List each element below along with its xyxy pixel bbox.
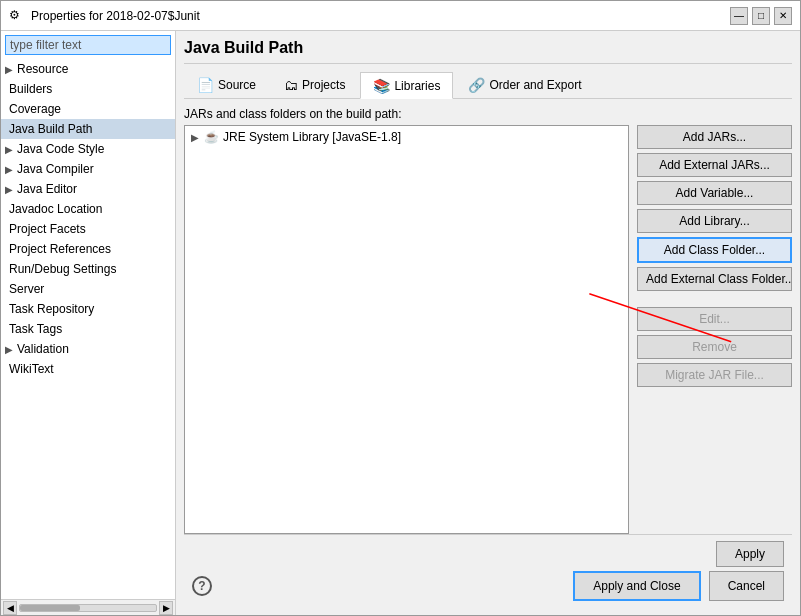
sidebar-item-label-builders: Builders (9, 82, 52, 96)
maximize-button[interactable]: □ (752, 7, 770, 25)
order-and-export-tab-label: Order and Export (489, 78, 581, 92)
sidebar-item-label-java-compiler: Java Compiler (17, 162, 94, 176)
edit-button: Edit... (637, 307, 792, 331)
scroll-track[interactable] (19, 604, 157, 612)
sidebar-item-task-repository[interactable]: Task Repository (1, 299, 175, 319)
sidebar-horizontal-scrollbar[interactable]: ◀ ▶ (1, 599, 175, 615)
sidebar-item-project-facets[interactable]: Project Facets (1, 219, 175, 239)
add-external-class-folder-button[interactable]: Add External Class Folder... (637, 267, 792, 291)
sidebar-item-label-server: Server (9, 282, 44, 296)
lib-item-jre-system[interactable]: ▶☕JRE System Library [JavaSE-1.8] (185, 126, 628, 148)
sidebar-item-wikitext[interactable]: WikiText (1, 359, 175, 379)
sidebar-item-label-java-build-path: Java Build Path (9, 122, 92, 136)
lib-item-label-jre-system: JRE System Library [JavaSE-1.8] (223, 130, 401, 144)
add-jars-button[interactable]: Add JARs... (637, 125, 792, 149)
sidebar-item-run-debug-settings[interactable]: Run/Debug Settings (1, 259, 175, 279)
apply-button[interactable]: Apply (716, 541, 784, 567)
order-and-export-tab-icon: 🔗 (468, 77, 485, 93)
libraries-wrapper: JARs and class folders on the build path… (184, 107, 792, 534)
libraries-tab-icon: 📚 (373, 78, 390, 94)
properties-window: ⚙ Properties for 2018-02-07$Junit — □ ✕ … (0, 0, 801, 616)
lib-buttons: Add JARs...Add External JARs...Add Varia… (637, 125, 792, 534)
sidebar-item-label-java-code-style: Java Code Style (17, 142, 104, 156)
window-icon: ⚙ (9, 8, 25, 24)
sidebar-item-label-run-debug-settings: Run/Debug Settings (9, 262, 116, 276)
add-variable-button[interactable]: Add Variable... (637, 181, 792, 205)
tabs-bar: 📄Source🗂Projects📚Libraries🔗Order and Exp… (184, 72, 792, 99)
sidebar-item-label-wikitext: WikiText (9, 362, 54, 376)
sidebar-item-coverage[interactable]: Coverage (1, 99, 175, 119)
source-tab-icon: 📄 (197, 77, 214, 93)
sidebar-item-label-project-references: Project References (9, 242, 111, 256)
content-area: Java Build Path 📄Source🗂Projects📚Librari… (176, 31, 800, 615)
tab-order-and-export[interactable]: 🔗Order and Export (455, 72, 594, 98)
apply-row: Apply (192, 541, 784, 567)
lib-item-icon-jre-system: ☕ (203, 129, 219, 145)
sidebar-item-label-resource: Resource (17, 62, 68, 76)
bottom-area: Apply ? Apply and Close Cancel (184, 534, 792, 607)
remove-button: Remove (637, 335, 792, 359)
sidebar-item-resource[interactable]: ▶Resource (1, 59, 175, 79)
main-area: ▶ResourceBuildersCoverageJava Build Path… (1, 31, 800, 615)
libraries-area: ▶☕JRE System Library [JavaSE-1.8] Add JA… (184, 125, 792, 534)
add-external-jars-button[interactable]: Add External JARs... (637, 153, 792, 177)
sidebar-item-label-task-repository: Task Repository (9, 302, 94, 316)
lib-item-arrow-jre-system: ▶ (191, 132, 199, 143)
tab-libraries[interactable]: 📚Libraries (360, 72, 453, 99)
sidebar-item-label-project-facets: Project Facets (9, 222, 86, 236)
sidebar-item-builders[interactable]: Builders (1, 79, 175, 99)
close-button[interactable]: ✕ (774, 7, 792, 25)
sidebar-item-label-validation: Validation (17, 342, 69, 356)
sidebar-item-task-tags[interactable]: Task Tags (1, 319, 175, 339)
page-title: Java Build Path (184, 39, 792, 64)
tab-source[interactable]: 📄Source (184, 72, 269, 98)
sidebar-item-javadoc-location[interactable]: Javadoc Location (1, 199, 175, 219)
bottom-row2: ? Apply and Close Cancel (192, 571, 784, 601)
sidebar-item-java-editor[interactable]: ▶Java Editor (1, 179, 175, 199)
scroll-right-arrow[interactable]: ▶ (159, 601, 173, 615)
projects-tab-icon: 🗂 (284, 77, 298, 93)
window-controls: — □ ✕ (730, 7, 792, 25)
source-tab-label: Source (218, 78, 256, 92)
cancel-button[interactable]: Cancel (709, 571, 784, 601)
lib-list-container: ▶☕JRE System Library [JavaSE-1.8] (184, 125, 629, 534)
tab-projects[interactable]: 🗂Projects (271, 72, 358, 98)
sidebar-item-label-javadoc-location: Javadoc Location (9, 202, 102, 216)
projects-tab-label: Projects (302, 78, 345, 92)
window-title: Properties for 2018-02-07$Junit (31, 9, 730, 23)
sidebar-item-server[interactable]: Server (1, 279, 175, 299)
sidebar: ▶ResourceBuildersCoverageJava Build Path… (1, 31, 176, 615)
add-library-button[interactable]: Add Library... (637, 209, 792, 233)
sidebar-item-label-task-tags: Task Tags (9, 322, 62, 336)
sidebar-item-label-java-editor: Java Editor (17, 182, 77, 196)
scroll-thumb (20, 605, 80, 611)
lib-list: ▶☕JRE System Library [JavaSE-1.8] (184, 125, 629, 534)
titlebar: ⚙ Properties for 2018-02-07$Junit — □ ✕ (1, 1, 800, 31)
help-button[interactable]: ? (192, 576, 212, 596)
sidebar-item-project-references[interactable]: Project References (1, 239, 175, 259)
libraries-tab-label: Libraries (394, 79, 440, 93)
btn-separator (637, 295, 792, 303)
sidebar-items-list: ▶ResourceBuildersCoverageJava Build Path… (1, 59, 175, 599)
minimize-button[interactable]: — (730, 7, 748, 25)
add-class-folder-button[interactable]: Add Class Folder... (637, 237, 792, 263)
scroll-left-arrow[interactable]: ◀ (3, 601, 17, 615)
sidebar-item-java-code-style[interactable]: ▶Java Code Style (1, 139, 175, 159)
sidebar-item-java-build-path[interactable]: Java Build Path (1, 119, 175, 139)
lib-description: JARs and class folders on the build path… (184, 107, 792, 121)
apply-and-close-button[interactable]: Apply and Close (573, 571, 700, 601)
sidebar-item-java-compiler[interactable]: ▶Java Compiler (1, 159, 175, 179)
filter-input[interactable] (5, 35, 171, 55)
migrate-jar-button: Migrate JAR File... (637, 363, 792, 387)
sidebar-item-validation[interactable]: ▶Validation (1, 339, 175, 359)
sidebar-item-label-coverage: Coverage (9, 102, 61, 116)
